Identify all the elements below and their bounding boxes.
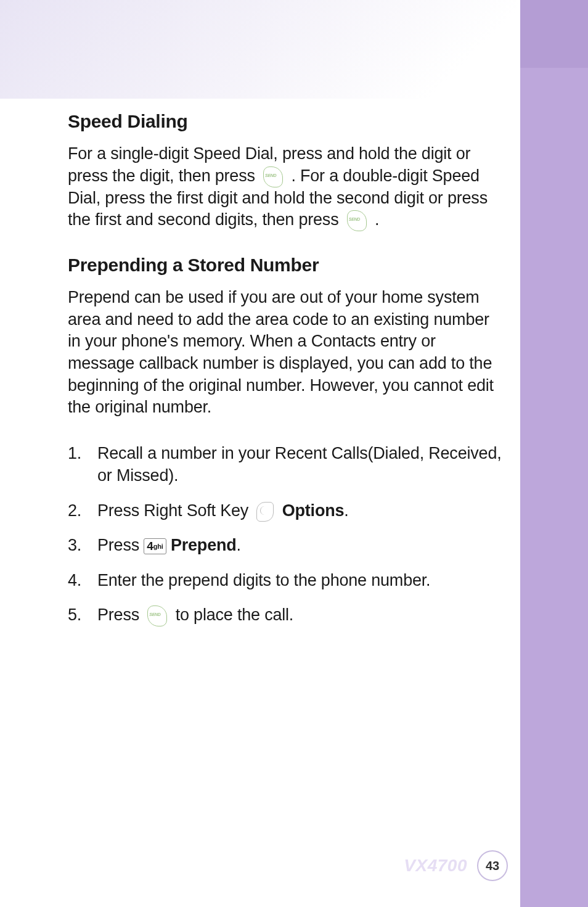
list-item: 5. Press to place the call. (68, 604, 505, 626)
text: . (344, 501, 348, 520)
heading-prepending: Prepending a Stored Number (68, 255, 505, 276)
step-number: 5. (68, 604, 97, 626)
step-text: Press Right Soft Key Options. (97, 499, 505, 522)
page-footer: VX4700 43 (404, 850, 508, 881)
key-4ghi-icon: 4ghi (144, 538, 166, 554)
heading-speed-dialing: Speed Dialing (68, 111, 505, 132)
side-tab (520, 0, 588, 68)
step-number: 3. (68, 534, 97, 556)
send-key-icon (263, 166, 283, 187)
send-key-icon (347, 210, 367, 231)
page-number-circle: 43 (477, 850, 508, 881)
steps-list: 1. Recall a number in your Recent Calls(… (68, 442, 505, 626)
bold-label: Prepend (171, 536, 237, 554)
page-number: 43 (486, 859, 499, 873)
step-text: Press to place the call. (97, 604, 505, 626)
list-item: 1. Recall a number in your Recent Calls(… (68, 442, 505, 487)
paragraph-speed-dialing: For a single-digit Speed Dial, press and… (68, 143, 505, 231)
right-soft-key-icon (256, 502, 274, 522)
text: to place the call. (176, 605, 294, 624)
key-4-letters: ghi (153, 543, 163, 550)
list-item: 4. Enter the prepend digits to the phone… (68, 569, 505, 591)
text: Press (97, 605, 144, 624)
text: Press Right Soft Key (97, 501, 253, 520)
step-number: 2. (68, 499, 97, 522)
send-key-icon (147, 605, 167, 626)
right-color-strip (520, 0, 588, 907)
page-content: Speed Dialing For a single-digit Speed D… (68, 111, 505, 639)
step-text: Press 4ghi Prepend. (97, 534, 505, 556)
step-text: Enter the prepend digits to the phone nu… (97, 569, 505, 591)
step-number: 4. (68, 569, 97, 591)
text: . (375, 210, 379, 229)
bold-label: Options (282, 501, 345, 520)
step-text: Recall a number in your Recent Calls(Dia… (97, 442, 505, 487)
list-item: 3. Press 4ghi Prepend. (68, 534, 505, 556)
key-4-digit: 4 (147, 540, 153, 552)
text: Press (97, 536, 144, 554)
model-label: VX4700 (404, 856, 467, 876)
step-number: 1. (68, 442, 97, 487)
paragraph-prepending: Prepend can be used if you are out of yo… (68, 287, 505, 419)
list-item: 2. Press Right Soft Key Options. (68, 499, 505, 522)
text: . (237, 536, 241, 554)
